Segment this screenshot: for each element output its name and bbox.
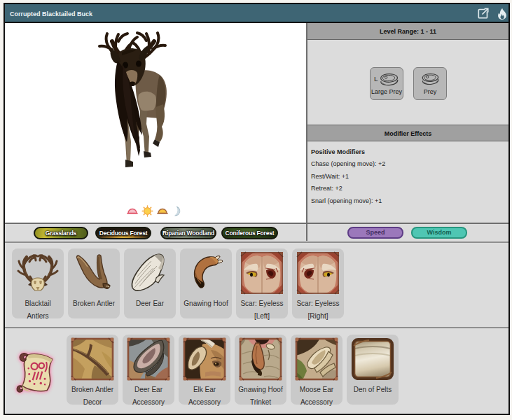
svg-text:L: L [374,75,378,83]
